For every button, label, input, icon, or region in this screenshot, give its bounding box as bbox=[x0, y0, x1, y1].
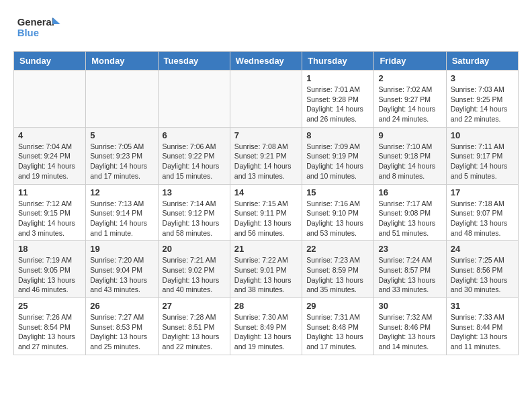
day-number: 28 bbox=[234, 301, 298, 311]
day-number: 25 bbox=[18, 301, 81, 311]
weekday-header-friday: Friday bbox=[374, 52, 446, 71]
calendar-week-1: 1Sunrise: 7:01 AM Sunset: 9:28 PM Daylig… bbox=[14, 71, 519, 128]
day-info: Sunrise: 7:26 AM Sunset: 8:54 PM Dayligh… bbox=[18, 312, 81, 352]
day-info: Sunrise: 7:15 AM Sunset: 9:11 PM Dayligh… bbox=[234, 199, 298, 238]
day-number: 30 bbox=[378, 301, 441, 311]
calendar-week-3: 11Sunrise: 7:12 AM Sunset: 9:15 PM Dayli… bbox=[14, 184, 519, 241]
calendar-cell: 10Sunrise: 7:11 AM Sunset: 9:17 PM Dayli… bbox=[446, 127, 518, 184]
calendar-week-4: 18Sunrise: 7:19 AM Sunset: 9:05 PM Dayli… bbox=[14, 241, 519, 298]
day-info: Sunrise: 7:28 AM Sunset: 8:51 PM Dayligh… bbox=[163, 312, 226, 352]
weekday-header-row: SundayMondayTuesdayWednesdayThursdayFrid… bbox=[14, 52, 519, 71]
day-number: 20 bbox=[163, 244, 226, 254]
day-info: Sunrise: 7:17 AM Sunset: 9:08 PM Dayligh… bbox=[378, 199, 441, 238]
svg-text:Blue: Blue bbox=[17, 28, 39, 38]
day-info: Sunrise: 7:21 AM Sunset: 9:02 PM Dayligh… bbox=[163, 255, 226, 295]
day-info: Sunrise: 7:33 AM Sunset: 8:44 PM Dayligh… bbox=[451, 312, 514, 352]
calendar-cell: 20Sunrise: 7:21 AM Sunset: 9:02 PM Dayli… bbox=[158, 241, 230, 298]
day-number: 21 bbox=[234, 244, 298, 254]
calendar-cell: 14Sunrise: 7:15 AM Sunset: 9:11 PM Dayli… bbox=[230, 184, 302, 241]
logo: GeneralBlue bbox=[13, 13, 67, 40]
calendar-cell: 21Sunrise: 7:22 AM Sunset: 9:01 PM Dayli… bbox=[230, 241, 302, 298]
calendar-table: SundayMondayTuesdayWednesdayThursdayFrid… bbox=[13, 51, 519, 355]
day-info: Sunrise: 7:23 AM Sunset: 8:59 PM Dayligh… bbox=[306, 255, 369, 295]
day-info: Sunrise: 7:18 AM Sunset: 9:07 PM Dayligh… bbox=[451, 199, 514, 238]
calendar-cell: 16Sunrise: 7:17 AM Sunset: 9:08 PM Dayli… bbox=[374, 184, 446, 241]
day-number: 15 bbox=[306, 187, 369, 197]
day-number: 10 bbox=[451, 130, 514, 140]
calendar-cell: 18Sunrise: 7:19 AM Sunset: 9:05 PM Dayli… bbox=[14, 241, 86, 298]
day-info: Sunrise: 7:12 AM Sunset: 9:15 PM Dayligh… bbox=[18, 199, 81, 238]
day-number: 8 bbox=[306, 130, 369, 140]
day-number: 4 bbox=[18, 130, 81, 140]
calendar-cell: 8Sunrise: 7:09 AM Sunset: 9:19 PM Daylig… bbox=[302, 127, 374, 184]
day-info: Sunrise: 7:04 AM Sunset: 9:24 PM Dayligh… bbox=[18, 142, 81, 181]
calendar-cell: 12Sunrise: 7:13 AM Sunset: 9:14 PM Dayli… bbox=[86, 184, 158, 241]
calendar-cell bbox=[230, 71, 302, 128]
calendar-cell: 29Sunrise: 7:31 AM Sunset: 8:48 PM Dayli… bbox=[302, 298, 374, 355]
calendar-cell bbox=[86, 71, 158, 128]
day-number: 13 bbox=[163, 187, 226, 197]
day-info: Sunrise: 7:32 AM Sunset: 8:46 PM Dayligh… bbox=[378, 312, 441, 352]
day-info: Sunrise: 7:14 AM Sunset: 9:12 PM Dayligh… bbox=[163, 199, 226, 238]
calendar-cell: 31Sunrise: 7:33 AM Sunset: 8:44 PM Dayli… bbox=[446, 298, 518, 355]
day-info: Sunrise: 7:30 AM Sunset: 8:49 PM Dayligh… bbox=[234, 312, 298, 352]
day-number: 16 bbox=[378, 187, 441, 197]
weekday-header-monday: Monday bbox=[86, 52, 158, 71]
calendar-cell: 22Sunrise: 7:23 AM Sunset: 8:59 PM Dayli… bbox=[302, 241, 374, 298]
calendar-cell: 1Sunrise: 7:01 AM Sunset: 9:28 PM Daylig… bbox=[302, 71, 374, 128]
day-number: 5 bbox=[90, 130, 153, 140]
day-info: Sunrise: 7:11 AM Sunset: 9:17 PM Dayligh… bbox=[451, 142, 514, 181]
day-number: 11 bbox=[18, 187, 81, 197]
day-number: 27 bbox=[163, 301, 226, 311]
calendar-cell: 5Sunrise: 7:05 AM Sunset: 9:23 PM Daylig… bbox=[86, 127, 158, 184]
page-header: GeneralBlue bbox=[13, 13, 519, 40]
calendar-cell: 23Sunrise: 7:24 AM Sunset: 8:57 PM Dayli… bbox=[374, 241, 446, 298]
day-number: 12 bbox=[90, 187, 153, 197]
day-info: Sunrise: 7:05 AM Sunset: 9:23 PM Dayligh… bbox=[90, 142, 153, 181]
weekday-header-wednesday: Wednesday bbox=[230, 52, 302, 71]
day-number: 29 bbox=[306, 301, 369, 311]
day-info: Sunrise: 7:25 AM Sunset: 8:56 PM Dayligh… bbox=[451, 255, 514, 295]
calendar-week-2: 4Sunrise: 7:04 AM Sunset: 9:24 PM Daylig… bbox=[14, 127, 519, 184]
calendar-cell: 24Sunrise: 7:25 AM Sunset: 8:56 PM Dayli… bbox=[446, 241, 518, 298]
day-info: Sunrise: 7:13 AM Sunset: 9:14 PM Dayligh… bbox=[90, 199, 153, 238]
day-number: 7 bbox=[234, 130, 298, 140]
day-number: 24 bbox=[451, 244, 514, 254]
weekday-header-tuesday: Tuesday bbox=[158, 52, 230, 71]
weekday-header-thursday: Thursday bbox=[302, 52, 374, 71]
day-info: Sunrise: 7:02 AM Sunset: 9:27 PM Dayligh… bbox=[378, 85, 441, 124]
day-info: Sunrise: 7:08 AM Sunset: 9:21 PM Dayligh… bbox=[234, 142, 298, 181]
calendar-cell: 2Sunrise: 7:02 AM Sunset: 9:27 PM Daylig… bbox=[374, 71, 446, 128]
day-info: Sunrise: 7:01 AM Sunset: 9:28 PM Dayligh… bbox=[306, 85, 369, 124]
calendar-cell: 9Sunrise: 7:10 AM Sunset: 9:18 PM Daylig… bbox=[374, 127, 446, 184]
day-number: 31 bbox=[451, 301, 514, 311]
calendar-cell bbox=[14, 71, 86, 128]
calendar-cell: 11Sunrise: 7:12 AM Sunset: 9:15 PM Dayli… bbox=[14, 184, 86, 241]
day-number: 2 bbox=[378, 73, 441, 83]
day-info: Sunrise: 7:19 AM Sunset: 9:05 PM Dayligh… bbox=[18, 255, 81, 295]
day-number: 26 bbox=[90, 301, 153, 311]
calendar-cell bbox=[158, 71, 230, 128]
calendar-cell: 7Sunrise: 7:08 AM Sunset: 9:21 PM Daylig… bbox=[230, 127, 302, 184]
calendar-cell: 15Sunrise: 7:16 AM Sunset: 9:10 PM Dayli… bbox=[302, 184, 374, 241]
day-info: Sunrise: 7:16 AM Sunset: 9:10 PM Dayligh… bbox=[306, 199, 369, 238]
day-number: 6 bbox=[163, 130, 226, 140]
weekday-header-saturday: Saturday bbox=[446, 52, 518, 71]
day-info: Sunrise: 7:31 AM Sunset: 8:48 PM Dayligh… bbox=[306, 312, 369, 352]
day-info: Sunrise: 7:06 AM Sunset: 9:22 PM Dayligh… bbox=[163, 142, 226, 181]
day-number: 17 bbox=[451, 187, 514, 197]
day-info: Sunrise: 7:24 AM Sunset: 8:57 PM Dayligh… bbox=[378, 255, 441, 295]
calendar-cell: 25Sunrise: 7:26 AM Sunset: 8:54 PM Dayli… bbox=[14, 298, 86, 355]
day-number: 1 bbox=[306, 73, 369, 83]
day-number: 3 bbox=[451, 73, 514, 83]
calendar-cell: 17Sunrise: 7:18 AM Sunset: 9:07 PM Dayli… bbox=[446, 184, 518, 241]
weekday-header-sunday: Sunday bbox=[14, 52, 86, 71]
calendar-week-5: 25Sunrise: 7:26 AM Sunset: 8:54 PM Dayli… bbox=[14, 298, 519, 355]
calendar-cell: 6Sunrise: 7:06 AM Sunset: 9:22 PM Daylig… bbox=[158, 127, 230, 184]
calendar-cell: 27Sunrise: 7:28 AM Sunset: 8:51 PM Dayli… bbox=[158, 298, 230, 355]
svg-text:General: General bbox=[17, 17, 54, 28]
calendar-cell: 28Sunrise: 7:30 AM Sunset: 8:49 PM Dayli… bbox=[230, 298, 302, 355]
svg-marker-2 bbox=[52, 17, 60, 24]
day-info: Sunrise: 7:22 AM Sunset: 9:01 PM Dayligh… bbox=[234, 255, 298, 295]
day-number: 14 bbox=[234, 187, 298, 197]
